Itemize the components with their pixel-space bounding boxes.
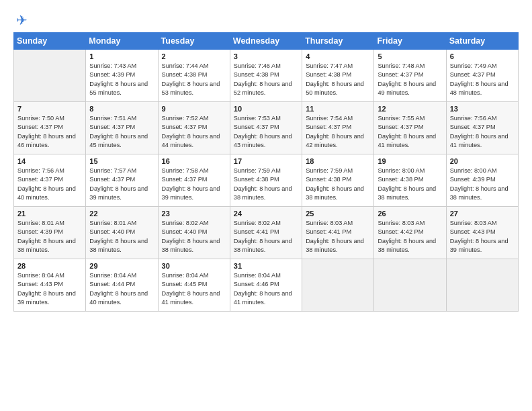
calendar-cell: 30 Sunrise: 8:04 AM Sunset: 4:45 PM Dayl… bbox=[158, 259, 230, 312]
day-number: 16 bbox=[162, 157, 226, 165]
day-number: 26 bbox=[378, 210, 442, 218]
day-number: 24 bbox=[234, 210, 298, 218]
calendar-cell bbox=[14, 50, 86, 102]
day-number: 19 bbox=[378, 157, 442, 165]
calendar-cell: 24 Sunrise: 8:02 AM Sunset: 4:41 PM Dayl… bbox=[230, 207, 302, 259]
calendar-cell: 14 Sunrise: 7:56 AM Sunset: 4:37 PM Dayl… bbox=[14, 154, 86, 207]
day-number: 23 bbox=[162, 210, 226, 218]
calendar-cell: 2 Sunrise: 7:44 AM Sunset: 4:38 PM Dayli… bbox=[158, 50, 230, 102]
day-info: Sunrise: 7:56 AM Sunset: 4:37 PM Dayligh… bbox=[17, 167, 82, 202]
calendar-cell bbox=[374, 259, 446, 312]
calendar-cell: 12 Sunrise: 7:55 AM Sunset: 4:37 PM Dayl… bbox=[374, 102, 446, 154]
calendar-cell: 22 Sunrise: 8:01 AM Sunset: 4:40 PM Dayl… bbox=[86, 207, 158, 259]
day-info: Sunrise: 8:01 AM Sunset: 4:40 PM Dayligh… bbox=[89, 219, 154, 255]
calendar-cell: 31 Sunrise: 8:04 AM Sunset: 4:46 PM Dayl… bbox=[230, 259, 302, 312]
calendar-cell: 9 Sunrise: 7:52 AM Sunset: 4:37 PM Dayli… bbox=[158, 102, 230, 154]
day-info: Sunrise: 8:04 AM Sunset: 4:44 PM Dayligh… bbox=[89, 271, 154, 307]
day-info: Sunrise: 7:53 AM Sunset: 4:37 PM Dayligh… bbox=[234, 114, 298, 150]
day-info: Sunrise: 7:50 AM Sunset: 4:37 PM Dayligh… bbox=[17, 114, 82, 150]
day-info: Sunrise: 7:52 AM Sunset: 4:37 PM Dayligh… bbox=[162, 114, 226, 150]
day-info: Sunrise: 7:57 AM Sunset: 4:37 PM Dayligh… bbox=[89, 167, 154, 202]
day-number: 8 bbox=[89, 105, 154, 113]
day-info: Sunrise: 7:44 AM Sunset: 4:38 PM Dayligh… bbox=[162, 62, 226, 97]
day-info: Sunrise: 8:03 AM Sunset: 4:42 PM Dayligh… bbox=[378, 219, 442, 255]
day-info: Sunrise: 7:59 AM Sunset: 4:38 PM Dayligh… bbox=[234, 167, 298, 202]
day-number: 5 bbox=[378, 52, 442, 60]
weekday-header: Thursday bbox=[302, 33, 374, 50]
calendar-cell bbox=[446, 259, 518, 312]
calendar-cell: 29 Sunrise: 8:04 AM Sunset: 4:44 PM Dayl… bbox=[86, 259, 158, 312]
calendar-cell: 28 Sunrise: 8:04 AM Sunset: 4:43 PM Dayl… bbox=[14, 259, 86, 312]
header: ✈ bbox=[13, 12, 519, 26]
day-info: Sunrise: 8:00 AM Sunset: 4:39 PM Dayligh… bbox=[450, 167, 515, 202]
day-info: Sunrise: 8:04 AM Sunset: 4:45 PM Dayligh… bbox=[162, 271, 226, 307]
day-info: Sunrise: 8:03 AM Sunset: 4:41 PM Dayligh… bbox=[306, 219, 370, 255]
weekday-header: Saturday bbox=[446, 33, 518, 50]
day-number: 22 bbox=[89, 210, 154, 218]
day-info: Sunrise: 8:01 AM Sunset: 4:39 PM Dayligh… bbox=[17, 219, 82, 255]
weekday-header: Wednesday bbox=[230, 33, 302, 50]
day-info: Sunrise: 7:59 AM Sunset: 4:38 PM Dayligh… bbox=[306, 167, 370, 202]
day-info: Sunrise: 8:04 AM Sunset: 4:46 PM Dayligh… bbox=[234, 271, 298, 307]
calendar-cell: 8 Sunrise: 7:51 AM Sunset: 4:37 PM Dayli… bbox=[86, 102, 158, 154]
day-number: 17 bbox=[234, 157, 298, 165]
day-info: Sunrise: 7:58 AM Sunset: 4:37 PM Dayligh… bbox=[162, 167, 226, 202]
calendar-cell: 17 Sunrise: 7:59 AM Sunset: 4:38 PM Dayl… bbox=[230, 154, 302, 207]
day-number: 10 bbox=[234, 105, 298, 113]
calendar-cell: 27 Sunrise: 8:03 AM Sunset: 4:43 PM Dayl… bbox=[446, 207, 518, 259]
day-info: Sunrise: 7:54 AM Sunset: 4:37 PM Dayligh… bbox=[306, 114, 370, 150]
calendar-cell: 20 Sunrise: 8:00 AM Sunset: 4:39 PM Dayl… bbox=[446, 154, 518, 207]
day-number: 28 bbox=[17, 262, 82, 270]
day-info: Sunrise: 7:49 AM Sunset: 4:37 PM Dayligh… bbox=[450, 62, 515, 97]
day-number: 14 bbox=[17, 157, 82, 165]
day-info: Sunrise: 7:43 AM Sunset: 4:39 PM Dayligh… bbox=[89, 62, 154, 97]
weekday-header: Friday bbox=[374, 33, 446, 50]
day-info: Sunrise: 8:02 AM Sunset: 4:40 PM Dayligh… bbox=[162, 219, 226, 255]
calendar-cell: 3 Sunrise: 7:46 AM Sunset: 4:38 PM Dayli… bbox=[230, 50, 302, 102]
day-number: 7 bbox=[17, 105, 82, 113]
day-info: Sunrise: 7:56 AM Sunset: 4:37 PM Dayligh… bbox=[450, 114, 515, 150]
logo: ✈ bbox=[13, 12, 28, 26]
calendar-cell: 1 Sunrise: 7:43 AM Sunset: 4:39 PM Dayli… bbox=[86, 50, 158, 102]
day-number: 21 bbox=[17, 210, 82, 218]
day-number: 29 bbox=[89, 262, 154, 270]
calendar-cell: 18 Sunrise: 7:59 AM Sunset: 4:38 PM Dayl… bbox=[302, 154, 374, 207]
day-number: 31 bbox=[234, 262, 298, 270]
day-info: Sunrise: 7:48 AM Sunset: 4:37 PM Dayligh… bbox=[378, 62, 442, 97]
calendar-cell: 10 Sunrise: 7:53 AM Sunset: 4:37 PM Dayl… bbox=[230, 102, 302, 154]
calendar-cell: 6 Sunrise: 7:49 AM Sunset: 4:37 PM Dayli… bbox=[446, 50, 518, 102]
day-number: 2 bbox=[162, 52, 226, 60]
day-number: 3 bbox=[234, 52, 298, 60]
day-info: Sunrise: 8:02 AM Sunset: 4:41 PM Dayligh… bbox=[234, 219, 298, 255]
day-number: 12 bbox=[378, 105, 442, 113]
calendar-cell: 23 Sunrise: 8:02 AM Sunset: 4:40 PM Dayl… bbox=[158, 207, 230, 259]
calendar-table: SundayMondayTuesdayWednesdayThursdayFrid… bbox=[13, 32, 519, 312]
calendar-cell: 25 Sunrise: 8:03 AM Sunset: 4:41 PM Dayl… bbox=[302, 207, 374, 259]
day-number: 25 bbox=[306, 210, 370, 218]
calendar-cell: 7 Sunrise: 7:50 AM Sunset: 4:37 PM Dayli… bbox=[14, 102, 86, 154]
calendar-cell: 4 Sunrise: 7:47 AM Sunset: 4:38 PM Dayli… bbox=[302, 50, 374, 102]
weekday-header: Tuesday bbox=[158, 33, 230, 50]
day-number: 27 bbox=[450, 210, 515, 218]
page: ✈ SundayMondayTuesdayWednesdayThursdayFr… bbox=[0, 0, 532, 411]
day-number: 6 bbox=[450, 52, 515, 60]
day-info: Sunrise: 8:00 AM Sunset: 4:38 PM Dayligh… bbox=[378, 167, 442, 202]
calendar-cell: 5 Sunrise: 7:48 AM Sunset: 4:37 PM Dayli… bbox=[374, 50, 446, 102]
logo-icon: ✈ bbox=[16, 12, 28, 28]
day-info: Sunrise: 7:46 AM Sunset: 4:38 PM Dayligh… bbox=[234, 62, 298, 97]
calendar-cell: 11 Sunrise: 7:54 AM Sunset: 4:37 PM Dayl… bbox=[302, 102, 374, 154]
calendar-cell: 16 Sunrise: 7:58 AM Sunset: 4:37 PM Dayl… bbox=[158, 154, 230, 207]
day-number: 13 bbox=[450, 105, 515, 113]
day-number: 9 bbox=[162, 105, 226, 113]
day-number: 1 bbox=[89, 52, 154, 60]
calendar-cell: 21 Sunrise: 8:01 AM Sunset: 4:39 PM Dayl… bbox=[14, 207, 86, 259]
day-number: 15 bbox=[89, 157, 154, 165]
day-info: Sunrise: 7:55 AM Sunset: 4:37 PM Dayligh… bbox=[378, 114, 442, 150]
day-info: Sunrise: 7:47 AM Sunset: 4:38 PM Dayligh… bbox=[306, 62, 370, 97]
day-info: Sunrise: 8:04 AM Sunset: 4:43 PM Dayligh… bbox=[17, 271, 82, 307]
weekday-header: Monday bbox=[86, 33, 158, 50]
calendar-cell: 13 Sunrise: 7:56 AM Sunset: 4:37 PM Dayl… bbox=[446, 102, 518, 154]
day-number: 30 bbox=[162, 262, 226, 270]
calendar-cell bbox=[302, 259, 374, 312]
calendar-cell: 19 Sunrise: 8:00 AM Sunset: 4:38 PM Dayl… bbox=[374, 154, 446, 207]
